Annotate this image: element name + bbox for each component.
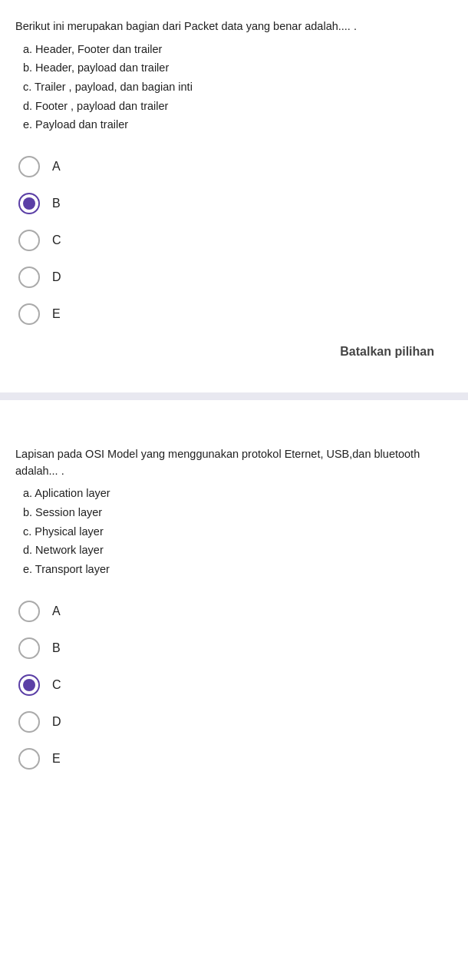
q1-choice-b-label: B: [52, 197, 61, 210]
q2-option-a: a. Aplication layer: [23, 484, 453, 503]
question-2-options: a. Aplication layer b. Session layer c. …: [23, 484, 453, 578]
question-1-text: Berikut ini merupakan bagian dari Packet…: [15, 18, 453, 35]
q2-option-d: d. Network layer: [23, 541, 453, 560]
q1-radio-b[interactable]: [18, 193, 40, 214]
q1-cancel-row: Batalkan pilihan: [15, 331, 453, 377]
q1-option-d: d. Footer , payload dan trailer: [23, 97, 453, 116]
q2-radio-d[interactable]: [18, 711, 40, 733]
q2-choice-b[interactable]: B: [15, 631, 453, 665]
q2-radio-c[interactable]: [18, 674, 40, 696]
question-2-text: Lapisan pada OSI Model yang menggunakan …: [15, 446, 453, 480]
q2-radio-b[interactable]: [18, 637, 40, 659]
q1-cancel-button[interactable]: Batalkan pilihan: [340, 345, 434, 359]
q1-choice-c[interactable]: C: [15, 223, 453, 257]
q1-radio-a[interactable]: [18, 156, 40, 177]
q1-option-b: b. Header, payload dan trailer: [23, 58, 453, 78]
question-1-options: a. Header, Footer dan trailer b. Header,…: [23, 40, 453, 134]
q2-option-c: c. Physical layer: [23, 522, 453, 541]
q2-choice-d-label: D: [52, 715, 61, 729]
q2-choice-b-label: B: [52, 641, 61, 655]
q1-option-c: c. Trailer , payload, dan bagian inti: [23, 78, 453, 97]
q2-choice-e[interactable]: E: [15, 742, 453, 776]
q2-choice-a[interactable]: A: [15, 594, 453, 628]
q1-choice-a-label: A: [52, 160, 61, 174]
q2-choice-c[interactable]: C: [15, 668, 453, 702]
question-1-block: Berikut ini merupakan bagian dari Packet…: [0, 0, 468, 392]
q1-choice-d-label: D: [52, 270, 61, 284]
q2-radio-a[interactable]: [18, 601, 40, 622]
q1-choice-e[interactable]: E: [15, 297, 453, 331]
q1-option-a: a. Header, Footer dan trailer: [23, 40, 453, 59]
q1-option-e: e. Payload dan trailer: [23, 115, 453, 134]
q1-radio-c[interactable]: [18, 230, 40, 251]
q2-option-e: e. Transport layer: [23, 560, 453, 579]
spacer: [0, 400, 468, 428]
q2-option-b: b. Session layer: [23, 503, 453, 522]
question-2-block: Lapisan pada OSI Model yang menggunakan …: [0, 428, 468, 791]
q1-choice-c-label: C: [52, 233, 61, 247]
q2-choice-a-label: A: [52, 604, 61, 618]
q1-radio-e[interactable]: [18, 303, 40, 325]
question-2-radio-group: A B C D E: [15, 594, 453, 776]
q2-choice-c-label: C: [52, 678, 61, 692]
q2-radio-e[interactable]: [18, 748, 40, 770]
q2-choice-e-label: E: [52, 752, 61, 766]
q1-choice-d[interactable]: D: [15, 260, 453, 294]
q1-radio-d[interactable]: [18, 267, 40, 288]
section-divider: [0, 392, 468, 400]
q1-choice-e-label: E: [52, 307, 61, 321]
q2-choice-d[interactable]: D: [15, 705, 453, 739]
q1-choice-a[interactable]: A: [15, 150, 453, 184]
question-1-radio-group: A B C D E: [15, 150, 453, 331]
q1-choice-b[interactable]: B: [15, 187, 453, 220]
